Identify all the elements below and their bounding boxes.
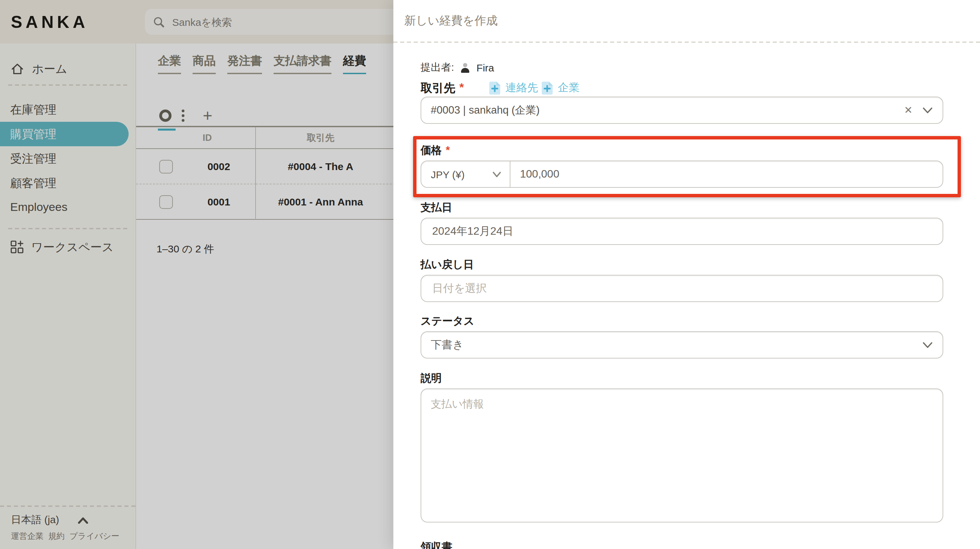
- submitter-label: 提出者:: [421, 61, 454, 74]
- status-value: 下書き: [431, 338, 464, 352]
- add-company-button[interactable]: 企業: [541, 81, 579, 95]
- chevron-down-icon: [492, 170, 501, 178]
- pay-date-field: [421, 218, 943, 245]
- status-label: ステータス: [421, 314, 943, 328]
- vendor-select[interactable]: #0003 | sankahq (企業) ✕: [421, 97, 943, 124]
- app: SANKA ホーム 在庫管理 購買管理 受注管理 顧: [0, 0, 980, 549]
- refund-date-field: [421, 275, 943, 302]
- description-textarea[interactable]: [421, 389, 943, 522]
- create-expense-panel: 新しい経費を作成 提出者: Fira 取引先 *: [393, 0, 980, 549]
- add-contact-button[interactable]: 連絡先: [488, 81, 538, 95]
- required-asterisk: *: [446, 144, 450, 157]
- description-field: [421, 389, 943, 525]
- clear-icon[interactable]: ✕: [904, 104, 913, 116]
- panel-title: 新しい経費を作成: [393, 0, 980, 43]
- submitter-row: 提出者: Fira: [421, 60, 943, 75]
- add-file-icon: [541, 81, 553, 95]
- price-label: 価格 *: [421, 143, 943, 158]
- chevron-down-icon[interactable]: [922, 106, 933, 114]
- description-label: 説明: [421, 371, 943, 386]
- status-select[interactable]: 下書き: [421, 331, 943, 359]
- refund-date-input[interactable]: [431, 282, 933, 295]
- receipt-label: 領収書: [421, 539, 943, 549]
- vendor-select-value: #0003 | sankahq (企業): [431, 103, 540, 117]
- add-file-icon: [488, 81, 501, 95]
- price-field: JPY (¥): [421, 160, 943, 188]
- chevron-down-icon: [922, 341, 933, 349]
- required-asterisk: *: [460, 81, 464, 95]
- currency-value: JPY (¥): [431, 168, 465, 180]
- pay-date-input[interactable]: [431, 224, 933, 238]
- pay-date-label: 支払日: [421, 200, 943, 215]
- submitter-name: Fira: [476, 62, 494, 73]
- user-avatar-icon: [460, 62, 471, 73]
- currency-select[interactable]: JPY (¥): [421, 161, 511, 187]
- amount-input[interactable]: [511, 168, 943, 180]
- vendor-label: 取引先 *: [421, 80, 464, 95]
- refund-date-label: 払い戻し日: [421, 257, 943, 272]
- vendor-add-buttons: 連絡先 企業: [488, 81, 579, 95]
